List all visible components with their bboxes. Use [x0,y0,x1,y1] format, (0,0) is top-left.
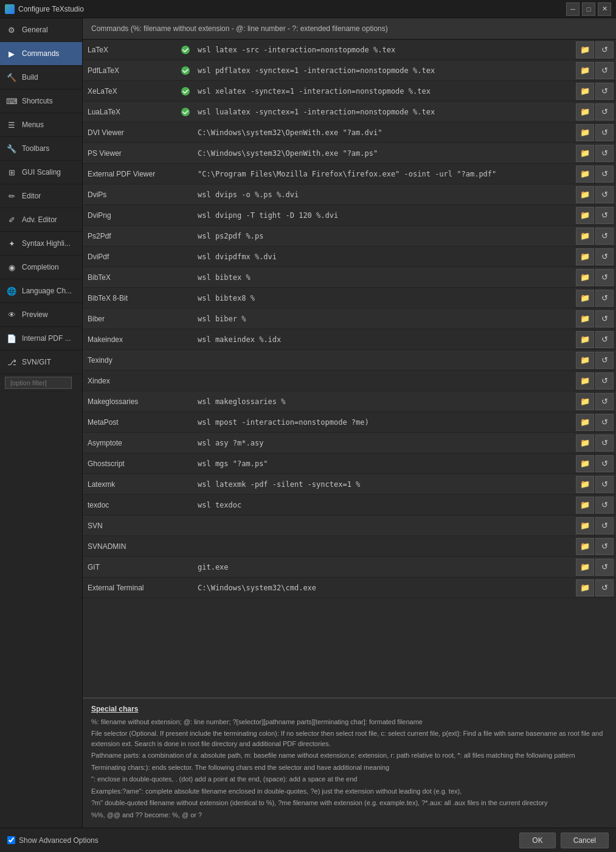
cmd-reset-button-9[interactable]: ↺ [595,228,614,245]
cmd-browse-button-6[interactable]: 📁 [576,166,594,183]
cmd-input-0[interactable] [194,43,575,57]
cmd-browse-button-19[interactable]: 📁 [576,435,594,452]
cmd-input-14[interactable] [194,333,575,346]
cmd-browse-button-26[interactable]: 📁 [576,579,594,596]
sidebar-item-commands[interactable]: ▶Commands [0,42,82,66]
cmd-browse-button-7[interactable]: 📁 [576,186,594,203]
maximize-button[interactable]: □ [582,2,595,16]
cmd-reset-button-24[interactable]: ↺ [595,538,614,555]
cmd-browse-button-25[interactable]: 📁 [576,559,594,576]
cmd-input-21[interactable] [194,478,575,491]
cmd-reset-button-6[interactable]: ↺ [595,166,614,183]
cmd-input-13[interactable] [194,312,575,326]
cmd-reset-button-26[interactable]: ↺ [595,579,614,596]
cmd-reset-button-15[interactable]: ↺ [595,352,614,369]
sidebar-item-internal-pdf[interactable]: 📄Internal PDF ... [0,327,82,351]
cmd-browse-button-3[interactable]: 📁 [576,103,594,120]
cancel-button[interactable]: Cancel [561,833,609,848]
cmd-reset-button-22[interactable]: ↺ [595,497,614,514]
sidebar-item-editor[interactable]: ✏Editor [0,184,82,208]
cmd-browse-button-9[interactable]: 📁 [576,228,594,245]
sidebar-item-preview[interactable]: 👁Preview [0,303,82,327]
cmd-input-15[interactable] [194,354,575,367]
cmd-browse-button-13[interactable]: 📁 [576,310,594,327]
cmd-input-2[interactable] [194,85,575,98]
show-advanced-checkbox[interactable] [7,836,15,844]
cmd-reset-button-11[interactable]: ↺ [595,269,614,286]
cmd-browse-button-24[interactable]: 📁 [576,538,594,555]
cmd-browse-button-18[interactable]: 📁 [576,414,594,431]
cmd-browse-button-21[interactable]: 📁 [576,476,594,493]
cmd-reset-button-7[interactable]: ↺ [595,186,614,203]
cmd-reset-button-23[interactable]: ↺ [595,517,614,534]
cmd-input-12[interactable] [194,292,575,305]
cmd-browse-button-15[interactable]: 📁 [576,352,594,369]
cmd-input-18[interactable] [194,416,575,429]
cmd-input-7[interactable] [194,188,575,201]
cmd-browse-button-11[interactable]: 📁 [576,269,594,286]
cmd-browse-button-4[interactable]: 📁 [576,124,594,141]
ok-button[interactable]: OK [519,833,555,848]
show-advanced-checkbox-area[interactable]: Show Advanced Options [7,836,99,845]
cmd-reset-button-16[interactable]: ↺ [595,372,614,389]
cmd-input-1[interactable] [194,64,575,77]
cmd-input-9[interactable] [194,229,575,243]
cmd-input-8[interactable] [194,209,575,222]
option-filter-input[interactable] [5,377,72,389]
sidebar-item-gui-scaling[interactable]: ⊞GUI Scaling [0,161,82,184]
cmd-reset-button-5[interactable]: ↺ [595,145,614,162]
filter-area[interactable] [0,374,82,392]
cmd-reset-button-4[interactable]: ↺ [595,124,614,141]
sidebar-item-language-ch[interactable]: 🌐Language Ch... [0,279,82,303]
cmd-reset-button-18[interactable]: ↺ [595,414,614,431]
cmd-input-4[interactable] [194,126,575,139]
cmd-browse-button-12[interactable]: 📁 [576,290,594,307]
sidebar-item-menus[interactable]: ☰Menus [0,113,82,137]
cmd-browse-button-14[interactable]: 📁 [576,331,594,348]
cmd-browse-button-1[interactable]: 📁 [576,62,594,79]
cmd-input-20[interactable] [194,457,575,470]
cmd-input-19[interactable] [194,436,575,450]
cmd-browse-button-16[interactable]: 📁 [576,372,594,389]
cmd-browse-button-23[interactable]: 📁 [576,517,594,534]
sidebar-item-adv-editor[interactable]: ✐Adv. Editor [0,208,82,232]
cmd-input-25[interactable] [194,560,575,574]
close-button[interactable]: ✕ [598,2,611,16]
cmd-input-26[interactable] [194,581,575,595]
cmd-browse-button-17[interactable]: 📁 [576,393,594,410]
cmd-reset-button-19[interactable]: ↺ [595,435,614,452]
sidebar-item-toolbars[interactable]: 🔧Toolbars [0,137,82,161]
cmd-reset-button-3[interactable]: ↺ [595,103,614,120]
cmd-browse-button-20[interactable]: 📁 [576,455,594,472]
cmd-input-23[interactable] [194,519,575,532]
sidebar-item-build[interactable]: 🔨Build [0,66,82,89]
cmd-reset-button-2[interactable]: ↺ [595,83,614,100]
cmd-reset-button-0[interactable]: ↺ [595,41,614,58]
cmd-input-17[interactable] [194,395,575,408]
cmd-input-16[interactable] [194,374,575,388]
cmd-browse-button-22[interactable]: 📁 [576,497,594,514]
cmd-input-3[interactable] [194,105,575,119]
cmd-reset-button-17[interactable]: ↺ [595,393,614,410]
sidebar-item-svn-git[interactable]: ⎇SVN/GIT [0,351,82,374]
cmd-browse-button-0[interactable]: 📁 [576,41,594,58]
cmd-browse-button-8[interactable]: 📁 [576,207,594,224]
cmd-browse-button-2[interactable]: 📁 [576,83,594,100]
sidebar-item-shortcuts[interactable]: ⌨Shortcuts [0,89,82,113]
sidebar-item-completion[interactable]: ◉Completion [0,256,82,279]
sidebar-item-syntax-hi[interactable]: ✦Syntax Highli... [0,232,82,256]
cmd-browse-button-5[interactable]: 📁 [576,145,594,162]
cmd-reset-button-13[interactable]: ↺ [595,310,614,327]
cmd-input-22[interactable] [194,498,575,512]
cmd-input-10[interactable] [194,250,575,264]
cmd-reset-button-20[interactable]: ↺ [595,455,614,472]
cmd-input-5[interactable] [194,147,575,160]
cmd-reset-button-8[interactable]: ↺ [595,207,614,224]
cmd-reset-button-14[interactable]: ↺ [595,331,614,348]
cmd-reset-button-1[interactable]: ↺ [595,62,614,79]
cmd-reset-button-21[interactable]: ↺ [595,476,614,493]
cmd-reset-button-25[interactable]: ↺ [595,559,614,576]
cmd-input-6[interactable] [194,167,575,181]
window-controls[interactable]: ─ □ ✕ [566,2,611,16]
minimize-button[interactable]: ─ [566,2,580,16]
